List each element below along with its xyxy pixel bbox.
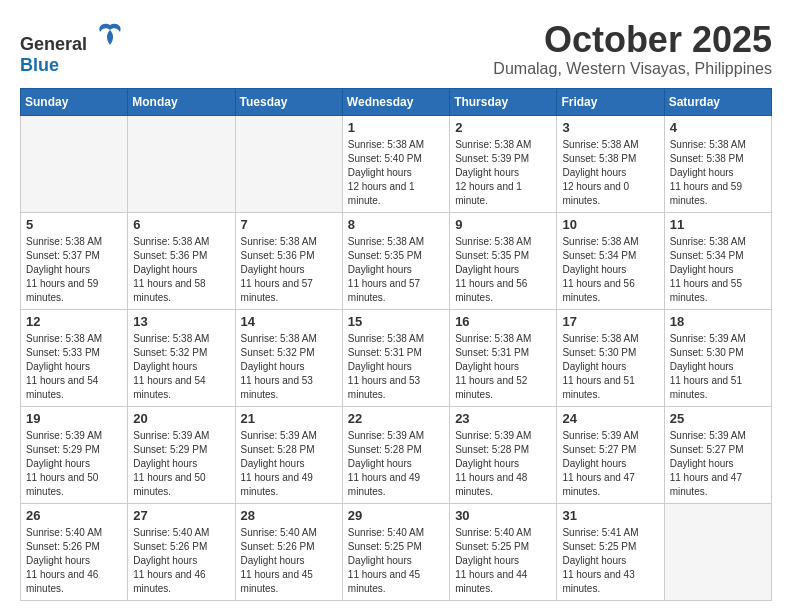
day-info: Sunrise: 5:39 AMSunset: 5:29 PMDaylight … <box>26 429 122 499</box>
day-info: Sunrise: 5:40 AMSunset: 5:25 PMDaylight … <box>348 526 444 596</box>
calendar-cell: 15Sunrise: 5:38 AMSunset: 5:31 PMDayligh… <box>342 309 449 406</box>
day-number: 9 <box>455 217 551 232</box>
day-number: 11 <box>670 217 766 232</box>
day-info: Sunrise: 5:38 AMSunset: 5:32 PMDaylight … <box>133 332 229 402</box>
calendar-cell: 14Sunrise: 5:38 AMSunset: 5:32 PMDayligh… <box>235 309 342 406</box>
day-info: Sunrise: 5:38 AMSunset: 5:31 PMDaylight … <box>455 332 551 402</box>
day-number: 23 <box>455 411 551 426</box>
day-info: Sunrise: 5:38 AMSunset: 5:35 PMDaylight … <box>455 235 551 305</box>
day-info: Sunrise: 5:39 AMSunset: 5:28 PMDaylight … <box>348 429 444 499</box>
logo-blue: Blue <box>20 55 59 75</box>
calendar-cell: 7Sunrise: 5:38 AMSunset: 5:36 PMDaylight… <box>235 212 342 309</box>
day-number: 28 <box>241 508 337 523</box>
day-info: Sunrise: 5:38 AMSunset: 5:34 PMDaylight … <box>670 235 766 305</box>
calendar-cell: 6Sunrise: 5:38 AMSunset: 5:36 PMDaylight… <box>128 212 235 309</box>
day-number: 17 <box>562 314 658 329</box>
day-info: Sunrise: 5:39 AMSunset: 5:28 PMDaylight … <box>241 429 337 499</box>
calendar-cell <box>235 115 342 212</box>
calendar-cell: 8Sunrise: 5:38 AMSunset: 5:35 PMDaylight… <box>342 212 449 309</box>
header-monday: Monday <box>128 88 235 115</box>
day-info: Sunrise: 5:39 AMSunset: 5:29 PMDaylight … <box>133 429 229 499</box>
header-sunday: Sunday <box>21 88 128 115</box>
calendar-cell: 5Sunrise: 5:38 AMSunset: 5:37 PMDaylight… <box>21 212 128 309</box>
calendar-cell: 31Sunrise: 5:41 AMSunset: 5:25 PMDayligh… <box>557 503 664 600</box>
day-number: 20 <box>133 411 229 426</box>
calendar-cell: 17Sunrise: 5:38 AMSunset: 5:30 PMDayligh… <box>557 309 664 406</box>
page-header: General Blue October 2025 Dumalag, Weste… <box>20 20 772 78</box>
calendar-cell: 12Sunrise: 5:38 AMSunset: 5:33 PMDayligh… <box>21 309 128 406</box>
calendar-header-row: SundayMondayTuesdayWednesdayThursdayFrid… <box>21 88 772 115</box>
day-info: Sunrise: 5:38 AMSunset: 5:30 PMDaylight … <box>562 332 658 402</box>
header-wednesday: Wednesday <box>342 88 449 115</box>
calendar-cell <box>664 503 771 600</box>
day-info: Sunrise: 5:38 AMSunset: 5:38 PMDaylight … <box>670 138 766 208</box>
day-info: Sunrise: 5:38 AMSunset: 5:35 PMDaylight … <box>348 235 444 305</box>
calendar-cell: 29Sunrise: 5:40 AMSunset: 5:25 PMDayligh… <box>342 503 449 600</box>
day-number: 31 <box>562 508 658 523</box>
month-title: October 2025 <box>493 20 772 60</box>
logo: General Blue <box>20 20 125 76</box>
day-info: Sunrise: 5:38 AMSunset: 5:31 PMDaylight … <box>348 332 444 402</box>
day-number: 24 <box>562 411 658 426</box>
calendar-week-1: 1Sunrise: 5:38 AMSunset: 5:40 PMDaylight… <box>21 115 772 212</box>
logo-line1: General <box>20 20 125 55</box>
day-number: 13 <box>133 314 229 329</box>
day-number: 6 <box>133 217 229 232</box>
calendar-cell: 27Sunrise: 5:40 AMSunset: 5:26 PMDayligh… <box>128 503 235 600</box>
day-info: Sunrise: 5:40 AMSunset: 5:26 PMDaylight … <box>241 526 337 596</box>
day-number: 12 <box>26 314 122 329</box>
calendar-cell: 22Sunrise: 5:39 AMSunset: 5:28 PMDayligh… <box>342 406 449 503</box>
day-number: 5 <box>26 217 122 232</box>
calendar-cell: 18Sunrise: 5:39 AMSunset: 5:30 PMDayligh… <box>664 309 771 406</box>
day-info: Sunrise: 5:39 AMSunset: 5:28 PMDaylight … <box>455 429 551 499</box>
day-number: 2 <box>455 120 551 135</box>
day-number: 22 <box>348 411 444 426</box>
day-info: Sunrise: 5:40 AMSunset: 5:26 PMDaylight … <box>26 526 122 596</box>
calendar-cell: 3Sunrise: 5:38 AMSunset: 5:38 PMDaylight… <box>557 115 664 212</box>
calendar-cell: 24Sunrise: 5:39 AMSunset: 5:27 PMDayligh… <box>557 406 664 503</box>
day-info: Sunrise: 5:38 AMSunset: 5:32 PMDaylight … <box>241 332 337 402</box>
logo-bird-icon <box>95 20 125 50</box>
day-info: Sunrise: 5:38 AMSunset: 5:38 PMDaylight … <box>562 138 658 208</box>
calendar-cell <box>128 115 235 212</box>
day-number: 10 <box>562 217 658 232</box>
calendar-cell: 30Sunrise: 5:40 AMSunset: 5:25 PMDayligh… <box>450 503 557 600</box>
day-info: Sunrise: 5:39 AMSunset: 5:27 PMDaylight … <box>670 429 766 499</box>
day-info: Sunrise: 5:40 AMSunset: 5:25 PMDaylight … <box>455 526 551 596</box>
day-info: Sunrise: 5:38 AMSunset: 5:36 PMDaylight … <box>241 235 337 305</box>
calendar-cell: 28Sunrise: 5:40 AMSunset: 5:26 PMDayligh… <box>235 503 342 600</box>
day-number: 8 <box>348 217 444 232</box>
day-info: Sunrise: 5:38 AMSunset: 5:40 PMDaylight … <box>348 138 444 208</box>
day-number: 4 <box>670 120 766 135</box>
calendar-cell: 19Sunrise: 5:39 AMSunset: 5:29 PMDayligh… <box>21 406 128 503</box>
day-number: 21 <box>241 411 337 426</box>
day-number: 30 <box>455 508 551 523</box>
day-info: Sunrise: 5:38 AMSunset: 5:33 PMDaylight … <box>26 332 122 402</box>
calendar-cell <box>21 115 128 212</box>
calendar-cell: 11Sunrise: 5:38 AMSunset: 5:34 PMDayligh… <box>664 212 771 309</box>
calendar-cell: 20Sunrise: 5:39 AMSunset: 5:29 PMDayligh… <box>128 406 235 503</box>
calendar-cell: 2Sunrise: 5:38 AMSunset: 5:39 PMDaylight… <box>450 115 557 212</box>
calendar-cell: 10Sunrise: 5:38 AMSunset: 5:34 PMDayligh… <box>557 212 664 309</box>
day-number: 3 <box>562 120 658 135</box>
calendar-week-4: 19Sunrise: 5:39 AMSunset: 5:29 PMDayligh… <box>21 406 772 503</box>
calendar-cell: 21Sunrise: 5:39 AMSunset: 5:28 PMDayligh… <box>235 406 342 503</box>
day-info: Sunrise: 5:41 AMSunset: 5:25 PMDaylight … <box>562 526 658 596</box>
calendar-cell: 25Sunrise: 5:39 AMSunset: 5:27 PMDayligh… <box>664 406 771 503</box>
day-info: Sunrise: 5:40 AMSunset: 5:26 PMDaylight … <box>133 526 229 596</box>
day-number: 15 <box>348 314 444 329</box>
calendar-week-2: 5Sunrise: 5:38 AMSunset: 5:37 PMDaylight… <box>21 212 772 309</box>
header-saturday: Saturday <box>664 88 771 115</box>
calendar-table: SundayMondayTuesdayWednesdayThursdayFrid… <box>20 88 772 601</box>
day-info: Sunrise: 5:38 AMSunset: 5:34 PMDaylight … <box>562 235 658 305</box>
calendar-cell: 16Sunrise: 5:38 AMSunset: 5:31 PMDayligh… <box>450 309 557 406</box>
day-number: 19 <box>26 411 122 426</box>
header-tuesday: Tuesday <box>235 88 342 115</box>
day-number: 7 <box>241 217 337 232</box>
calendar-cell: 1Sunrise: 5:38 AMSunset: 5:40 PMDaylight… <box>342 115 449 212</box>
day-number: 27 <box>133 508 229 523</box>
calendar-cell: 23Sunrise: 5:39 AMSunset: 5:28 PMDayligh… <box>450 406 557 503</box>
logo-general: General <box>20 34 87 54</box>
day-number: 16 <box>455 314 551 329</box>
day-number: 14 <box>241 314 337 329</box>
